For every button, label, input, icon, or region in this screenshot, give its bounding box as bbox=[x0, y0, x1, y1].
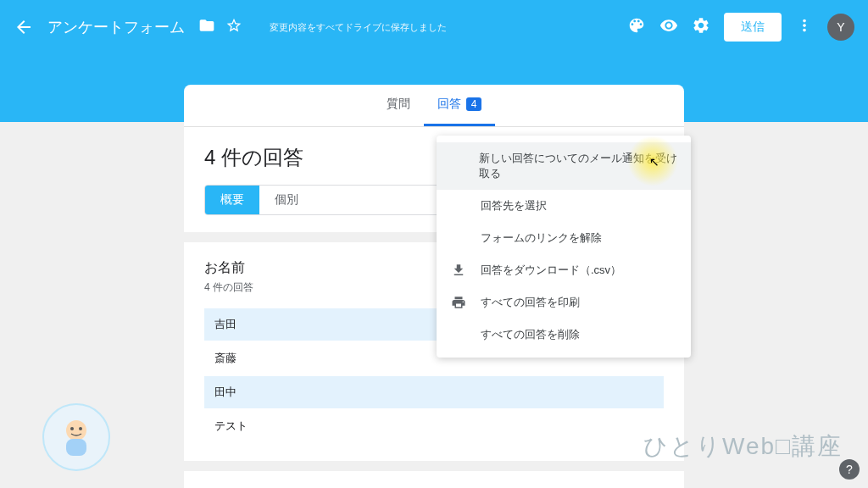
cursor-icon: ↖ bbox=[649, 155, 659, 169]
menu-delete-responses[interactable]: すべての回答を削除 bbox=[437, 319, 691, 351]
toggle-summary[interactable]: 概要 bbox=[205, 186, 259, 214]
menu-label: すべての回答を印刷 bbox=[481, 295, 580, 310]
form-title[interactable]: アンケートフォーム bbox=[47, 17, 185, 37]
menu-label: 回答先を選択 bbox=[481, 198, 547, 214]
help-icon[interactable]: ? bbox=[839, 459, 860, 480]
star-icon[interactable] bbox=[225, 17, 242, 37]
question-card-age: 年代 bbox=[184, 471, 684, 488]
tab-questions[interactable]: 質問 bbox=[373, 85, 424, 126]
responses-menu-popup: 新しい回答についてのメール通知を受け取る 回答先を選択 フォームのリンクを解除 … bbox=[437, 136, 691, 358]
back-arrow-icon[interactable] bbox=[14, 17, 34, 37]
palette-icon[interactable] bbox=[627, 16, 646, 38]
tab-label: 回答 bbox=[437, 97, 461, 112]
toggle-individual[interactable]: 個別 bbox=[259, 186, 314, 214]
menu-label: 回答をダウンロード（.csv） bbox=[481, 263, 621, 278]
svg-rect-1 bbox=[66, 439, 86, 456]
presenter-avatar bbox=[42, 403, 110, 471]
svg-point-3 bbox=[79, 427, 82, 430]
menu-select-destination[interactable]: 回答先を選択 bbox=[437, 190, 691, 222]
menu-download-csv[interactable]: 回答をダウンロード（.csv） bbox=[437, 254, 691, 286]
folder-icon[interactable] bbox=[198, 17, 215, 37]
app-header: アンケートフォーム 変更内容をすべてドライブに保存しました 送信 Y bbox=[0, 0, 868, 54]
responses-count-badge: 4 bbox=[466, 97, 482, 111]
print-icon bbox=[450, 295, 467, 310]
answer-row: テスト bbox=[204, 410, 664, 442]
header-icons-left bbox=[198, 17, 242, 37]
menu-label: 新しい回答についてのメール通知を受け取る bbox=[479, 151, 677, 181]
settings-icon[interactable] bbox=[692, 16, 710, 38]
svg-point-2 bbox=[70, 427, 74, 430]
send-button[interactable]: 送信 bbox=[724, 13, 782, 42]
tabs-bar: 質問 回答 4 bbox=[184, 85, 684, 127]
preview-icon[interactable] bbox=[659, 16, 678, 38]
watermark-text: ひとりWeb□講座 bbox=[643, 430, 843, 463]
svg-point-0 bbox=[66, 420, 86, 441]
user-avatar[interactable]: Y bbox=[827, 14, 854, 41]
tab-responses[interactable]: 回答 4 bbox=[424, 85, 496, 126]
tab-label: 質問 bbox=[387, 97, 410, 112]
menu-label: フォームのリンクを解除 bbox=[481, 230, 602, 246]
header-left: アンケートフォーム 変更内容をすべてドライブに保存しました bbox=[14, 17, 447, 37]
header-right: 送信 Y bbox=[627, 13, 854, 42]
answer-row: 田中 bbox=[204, 376, 664, 408]
save-status: 変更内容をすべてドライブに保存しました bbox=[270, 21, 447, 33]
menu-print-responses[interactable]: すべての回答を印刷 bbox=[437, 286, 691, 319]
more-icon[interactable] bbox=[795, 16, 814, 38]
menu-unlink-form[interactable]: フォームのリンクを解除 bbox=[437, 222, 691, 254]
download-icon bbox=[450, 263, 467, 278]
menu-label: すべての回答を削除 bbox=[481, 327, 580, 342]
